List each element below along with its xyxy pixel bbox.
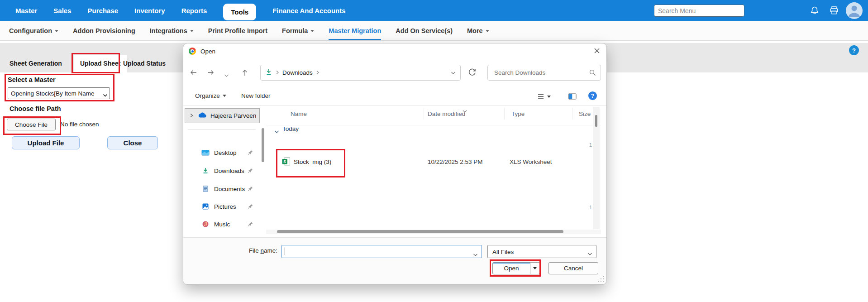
excel-file-icon: S <box>281 157 291 168</box>
sidebar-item-pictures[interactable]: Pictures <box>185 200 260 213</box>
preview-pane-icon[interactable] <box>568 93 577 100</box>
pin-icon[interactable] <box>248 149 253 157</box>
file-type-select[interactable]: All Files <box>487 245 596 258</box>
nav-master[interactable]: Master <box>15 7 37 14</box>
notifications-bell-icon[interactable] <box>810 6 819 17</box>
page-help-icon[interactable]: ? <box>849 45 859 55</box>
horizontal-scrollbar-thumb[interactable] <box>277 230 563 233</box>
subnav-label: Formula <box>282 27 308 34</box>
file-name-input[interactable] <box>281 245 482 258</box>
sidebar-scrollbar-thumb[interactable] <box>262 128 264 162</box>
subnav-print-profile-import[interactable]: Print Profile Import <box>208 21 267 40</box>
help-glyph: ? <box>852 47 856 54</box>
new-folder-button[interactable]: New folder <box>241 92 271 99</box>
subnav-label: Configuration <box>9 27 52 34</box>
list-scrollbar-thumb[interactable] <box>595 115 597 127</box>
chevron-down-icon <box>223 95 226 97</box>
subnav-add-on-services[interactable]: Add On Service(s) <box>396 21 453 40</box>
pin-icon[interactable] <box>248 203 253 211</box>
music-icon <box>201 221 210 228</box>
text-caret <box>285 248 285 255</box>
subnav-integrations[interactable]: Integrations <box>150 21 194 40</box>
chevron-down-icon <box>190 30 194 32</box>
forward-icon[interactable] <box>207 69 215 78</box>
upload-file-button[interactable]: Upload File <box>12 136 80 149</box>
pin-icon[interactable] <box>248 168 253 175</box>
nav-sales[interactable]: Sales <box>53 7 71 14</box>
tab-upload-sheet-active[interactable]: Upload Sheet <box>74 55 127 72</box>
recent-locations-chevron-icon[interactable] <box>224 71 229 79</box>
close-button[interactable]: Close <box>107 136 158 149</box>
search-downloads-input[interactable] <box>493 65 590 80</box>
subnav-configuration[interactable]: Configuration <box>9 21 58 40</box>
sidebar-item-downloads[interactable]: Downloads <box>185 164 260 177</box>
file-open-dialog: Open Downloads <box>183 43 607 285</box>
sidebar-item-hajeera-parveen[interactable]: Hajeera Parveen <box>185 108 260 123</box>
subnav-label: Print Profile Import <box>208 27 267 34</box>
resize-grip[interactable] <box>599 277 604 282</box>
expander-chevron-icon[interactable] <box>189 112 194 119</box>
nav-reports[interactable]: Reports <box>181 7 207 14</box>
open-button[interactable]: Open <box>492 262 540 274</box>
list-view-icon[interactable] <box>537 93 551 100</box>
sidebar-item-documents[interactable]: Documents <box>185 182 260 196</box>
top-navigation-bar: Master Sales Purchase Inventory Reports … <box>0 0 868 21</box>
nav-inventory[interactable]: Inventory <box>134 7 165 14</box>
column-separator[interactable] <box>572 108 572 120</box>
back-icon[interactable] <box>190 69 197 78</box>
sidebar-item-label: Desktop <box>214 149 237 156</box>
user-avatar[interactable] <box>846 2 863 19</box>
sidebar-item-music[interactable]: Music <box>185 217 260 231</box>
nav-purchase[interactable]: Purchase <box>88 7 119 14</box>
cancel-button[interactable]: Cancel <box>548 262 598 274</box>
tab-sheet-generation[interactable]: Sheet Generation <box>10 60 62 67</box>
pin-icon[interactable] <box>248 186 253 193</box>
chevron-down-icon <box>310 30 314 32</box>
select-master-dropdown[interactable]: Opening Stocks[By Item Name <box>8 87 110 99</box>
tab-upload-status[interactable]: Upload Status <box>123 60 166 67</box>
file-row-type: XLS Worksheet <box>510 158 552 165</box>
subnav-master-migration-active[interactable]: Master Migration <box>329 21 381 40</box>
nav-finance-and-accounts[interactable]: Finance And Accounts <box>272 7 345 14</box>
dialog-footer: File name: All Files Open Cancel <box>183 237 607 285</box>
subnav-more[interactable]: More <box>467 21 489 40</box>
open-dropdown-arrow[interactable] <box>530 263 539 274</box>
pin-icon[interactable] <box>248 221 253 228</box>
breadcrumb-chevron-icon <box>276 69 279 76</box>
nav-tools-active[interactable]: Tools <box>223 4 256 20</box>
chevron-down-icon[interactable] <box>473 250 478 259</box>
column-header-date-modified[interactable]: Date modified <box>428 110 465 117</box>
organize-button[interactable]: Organize <box>195 92 226 99</box>
svg-text:S: S <box>283 159 286 164</box>
column-header-type[interactable]: Type <box>511 110 525 117</box>
pictures-icon <box>201 203 210 210</box>
subnav-formula[interactable]: Formula <box>282 21 314 40</box>
breadcrumb-downloads[interactable]: Downloads <box>282 69 313 76</box>
address-dropdown-icon[interactable] <box>451 69 456 76</box>
select-master-value: Opening Stocks[By Item Name <box>11 90 95 97</box>
column-header-name[interactable]: Name <box>291 110 307 117</box>
documents-icon <box>201 185 210 192</box>
column-separator[interactable] <box>504 108 505 120</box>
close-icon[interactable] <box>594 48 600 56</box>
dialog-search-box <box>487 65 601 81</box>
desktop-icon <box>201 149 210 156</box>
printer-icon[interactable] <box>830 6 839 17</box>
group-collapse-chevron-icon[interactable] <box>274 127 279 135</box>
choose-file-button[interactable]: Choose File <box>7 119 56 130</box>
address-bar[interactable]: Downloads <box>260 65 461 81</box>
dialog-help-icon[interactable]: ? <box>588 91 597 100</box>
column-header-size[interactable]: Size <box>579 110 591 117</box>
group-label-today[interactable]: Today <box>282 125 299 132</box>
search-menu-input[interactable] <box>654 5 744 17</box>
file-row-name[interactable]: Stock_mig (3) <box>294 158 331 165</box>
refresh-icon[interactable] <box>467 68 477 79</box>
open-button-label[interactable]: Open <box>493 263 530 274</box>
screen: Master Sales Purchase Inventory Reports … <box>0 0 868 302</box>
column-separator[interactable] <box>424 108 424 120</box>
subnav-addon-provisioning[interactable]: Addon Provisioning <box>73 21 135 40</box>
sidebar-item-label: Documents <box>214 186 245 192</box>
chevron-down-icon <box>55 30 58 32</box>
sidebar-item-desktop[interactable]: Desktop <box>185 146 260 159</box>
up-icon[interactable] <box>241 69 248 78</box>
